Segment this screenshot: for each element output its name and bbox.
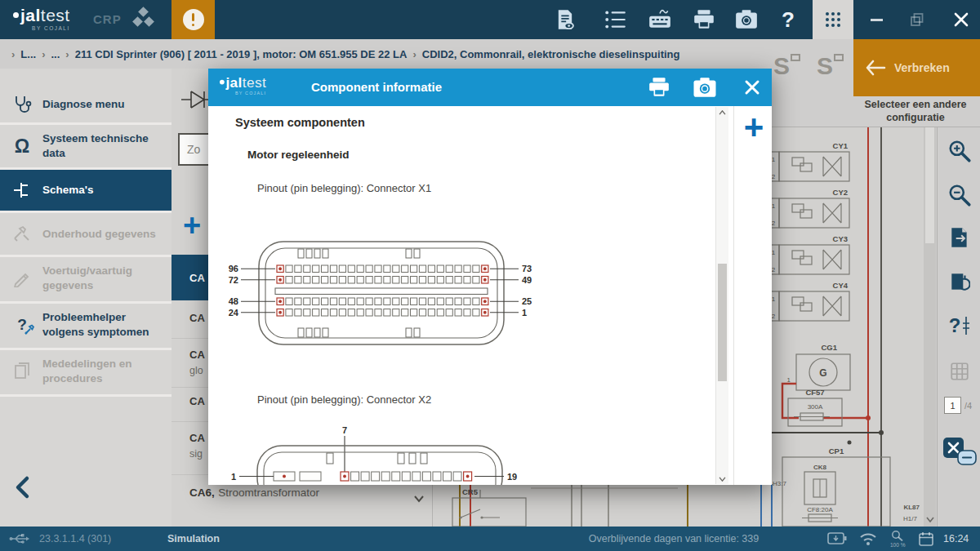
minimize-icon [871,19,883,21]
wire-label: H1/7 [903,515,917,522]
harness-icon-2[interactable]: S [817,47,849,85]
print-button[interactable] [685,0,723,39]
component-item[interactable]: CA [189,393,205,408]
maintenance-icon [11,225,33,243]
pin-number: 2 [772,173,776,180]
logo-text-bold: jal [20,7,41,24]
s-plug-mark [834,54,844,61]
modal-screenshot-button[interactable] [690,75,719,100]
help-button[interactable]: ? [769,0,807,39]
checklist-button[interactable] [597,0,635,39]
chevron-down-icon [413,495,425,503]
sidebar-item-voertuig-gegevens[interactable]: Voertuig/vaartuig gegevens [0,257,172,300]
modal-scrollbar[interactable] [715,107,728,484]
sidebar-item-diagnose-menu[interactable]: Diagnose menu [0,88,172,121]
disconnect-button[interactable]: Verbreken [853,39,980,96]
fuse-rating: 300A [808,403,823,411]
component-label: CY3 [833,234,848,243]
scroll-down-icon[interactable] [716,473,728,484]
connector-x2-tabs [327,453,427,464]
apps-grid-button[interactable] [813,0,853,39]
sidebar-item-label: Onderhoud gegevens [42,227,156,242]
back-button[interactable] [10,473,39,503]
zoom-out-icon [947,183,972,207]
screenshot-button[interactable] [728,0,765,39]
scroll-up-icon[interactable] [716,107,728,118]
jaltest-logo: jal test BY COJALI [13,7,70,31]
export-page-button[interactable] [946,224,973,251]
breadcrumb-ellipsis[interactable]: ... [51,48,60,60]
minimize-button[interactable] [858,0,895,39]
component-item[interactable]: CA glo [189,347,205,378]
sidebar-divider [0,394,172,397]
report-preview-button[interactable] [546,0,584,39]
modal-print-button[interactable] [644,75,674,100]
close-icon [953,11,969,28]
wire-label: KL87 [903,504,920,511]
scroll-down-icon[interactable] [924,514,936,525]
page-total: /4 [964,401,972,411]
symbol-help-button[interactable]: ? [946,312,973,340]
modal-close-button[interactable] [737,75,767,100]
page-current[interactable]: 1 [944,397,961,414]
sidebar-item-label: Probleemhelper volgens symptomen [42,310,165,339]
breadcrumb-vehicle[interactable]: 211 CDI Sprinter (906) [ 2011 - 2019 ], … [75,48,408,60]
component-item[interactable]: CA sig [189,430,205,461]
schematic-scrollbar[interactable] [924,106,936,527]
status-bar: 23.3.1.1.4 (301) Simulation Overblijvend… [0,527,980,551]
scrollbar-thumb[interactable] [925,121,934,243]
camera-icon [692,77,718,99]
grid-view-button-disabled[interactable] [946,358,973,385]
search-value: Zo [187,143,200,156]
pinout-x1-label: Pinout (pin belegging): Connector X1 [257,182,431,194]
cubes-icon[interactable] [124,0,162,39]
measure-values-button[interactable] [942,436,978,469]
breadcrumb-separator: › [65,48,69,60]
back-chevron-icon [10,473,38,501]
component-label: CY2 [833,188,848,197]
rotate-page-button[interactable] [946,268,973,295]
report-document-icon [554,8,577,31]
breadcrumb-root[interactable]: L... [20,48,36,60]
restore-button[interactable] [898,0,936,39]
component-code: CA6, [189,487,215,499]
svg-text:1: 1 [522,308,527,318]
close-app-button[interactable] [942,0,980,39]
sidebar-item-probleemhelper[interactable]: ? Probleemhelper volgens symptomen [0,304,172,346]
component-subtext: glo [189,363,205,379]
breadcrumb-system[interactable]: CDID2, Commonrail, elektronische dieseli… [422,48,680,60]
pin-number: 2 [772,313,776,320]
component-label: CR5 [462,487,479,496]
sidebar-item-label: Systeem technische data [42,131,165,160]
mode-label: Simulation [167,533,220,544]
zoom-in-button[interactable] [946,137,973,165]
component-item[interactable]: CA [189,310,205,325]
modal-zoom-plus-button[interactable]: + [737,109,770,147]
wifi-icon [858,531,878,546]
logo-dot-icon [220,80,225,85]
svg-text:72: 72 [229,275,238,285]
sidebar-item-label: Mededelingen en procedures [42,357,165,385]
component-label: CF8:20A [807,506,833,513]
calendar-icon [918,531,934,547]
expand-row-button[interactable] [413,495,425,503]
connector-x1-tabs [298,249,420,337]
measurements-button[interactable] [641,0,679,39]
scrollbar-thumb[interactable] [718,264,727,381]
harness-icon-1[interactable]: S [773,47,806,85]
sidebar-item-schemas[interactable]: Schema's [0,170,172,211]
svg-text:25: 25 [522,296,532,306]
warning-button[interactable] [172,0,215,39]
modal-header: jal test BY COJALI Component informatie [208,69,772,106]
pin-number: 1 [772,295,776,303]
sidebar-item-mededelingen[interactable]: Mededelingen en procedures [0,350,172,393]
select-config-label: Selecteer een andere configuratie [853,99,978,124]
breadcrumb-separator: › [42,48,45,60]
zoom-out-button[interactable] [946,181,973,209]
component-item-ca6[interactable]: CA6, Stroomtransformator [189,485,319,500]
component-code: CA [189,272,205,284]
zoom-level-indicator: 100 % [890,530,905,548]
sidebar-item-onderhoud-gegevens[interactable]: Onderhoud gegevens [0,216,172,253]
sidebar-item-systeem-technische-data[interactable]: Ω Systeem technische data [0,125,172,167]
camera-icon [734,9,759,30]
